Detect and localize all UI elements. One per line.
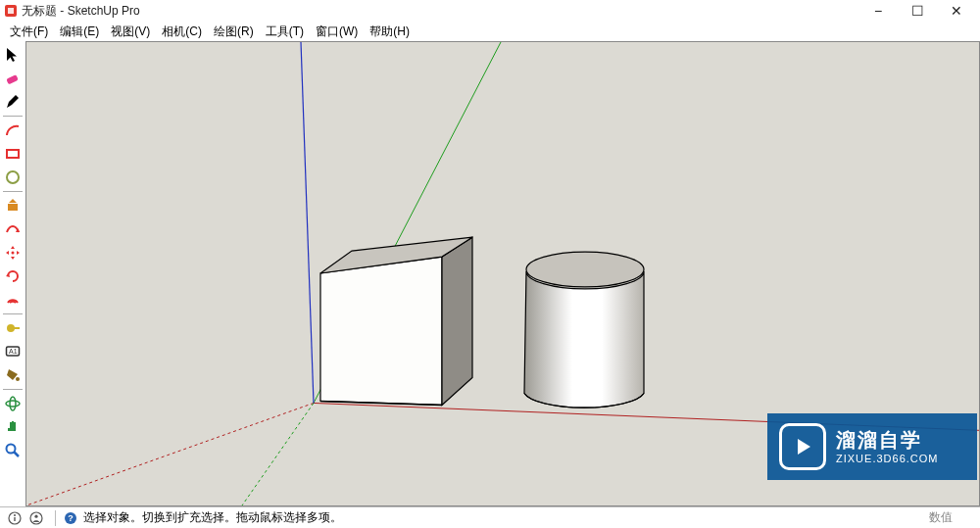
toolbar-separator (3, 313, 23, 314)
svg-point-25 (526, 252, 644, 287)
main-body: A1 (0, 41, 980, 506)
svg-line-14 (15, 453, 20, 457)
menu-camera[interactable]: 相机(C) (156, 22, 208, 41)
circle-tool-icon[interactable] (2, 167, 24, 188)
tape-measure-icon[interactable] (2, 317, 24, 339)
cylinder-object (524, 252, 644, 408)
svg-marker-26 (798, 439, 810, 455)
svg-point-13 (7, 445, 16, 454)
eraser-tool-icon[interactable] (2, 68, 24, 89)
follow-me-tool-icon[interactable] (2, 218, 24, 240)
svg-point-10 (16, 377, 20, 381)
svg-rect-1 (6, 74, 19, 84)
watermark-line1: 溜溜自学 (836, 429, 938, 451)
text-tool-icon[interactable]: A1 (2, 341, 24, 362)
menu-window[interactable]: 窗口(W) (310, 22, 364, 41)
window-title: 无标题 - SketchUp Pro (22, 3, 858, 20)
close-button[interactable]: ✕ (937, 0, 976, 22)
svg-text:A1: A1 (9, 348, 18, 355)
toolbar-separator (3, 389, 23, 390)
app-window: 无标题 - SketchUp Pro − ☐ ✕ 文件(F) 编辑(E) 视图(… (0, 0, 980, 528)
menu-view[interactable]: 视图(V) (105, 22, 156, 41)
window-controls: − ☐ ✕ (858, 0, 976, 22)
watermark-line2: ZIXUE.3D66.COM (836, 453, 938, 464)
rotate-tool-icon[interactable] (2, 265, 24, 287)
app-icon (4, 4, 18, 18)
viewport[interactable]: 溜溜自学 ZIXUE.3D66.COM (25, 41, 980, 506)
rectangle-tool-icon[interactable] (2, 143, 24, 165)
svg-point-11 (6, 401, 20, 407)
svg-marker-21 (320, 257, 442, 405)
offset-tool-icon[interactable] (2, 289, 24, 311)
menu-file[interactable]: 文件(F) (4, 22, 54, 41)
svg-point-5 (12, 252, 15, 255)
pan-tool-icon[interactable] (2, 416, 24, 438)
svg-rect-7 (14, 327, 20, 329)
menubar: 文件(F) 编辑(E) 视图(V) 相机(C) 绘图(R) 工具(T) 窗口(W… (0, 22, 980, 41)
move-tool-icon[interactable] (2, 242, 24, 264)
menu-draw[interactable]: 绘图(R) (208, 22, 260, 41)
pencil-tool-icon[interactable] (2, 91, 24, 113)
svg-point-12 (10, 397, 16, 410)
play-icon (779, 423, 826, 470)
watermark: 溜溜自学 ZIXUE.3D66.COM (767, 413, 977, 480)
toolbar-separator (3, 191, 23, 192)
side-toolbar: A1 (0, 41, 25, 506)
zoom-tool-icon[interactable] (2, 440, 24, 461)
select-tool-icon[interactable] (2, 44, 24, 66)
svg-point-6 (7, 324, 15, 332)
status-right-label: 数值 (929, 509, 974, 526)
svg-rect-2 (7, 150, 19, 158)
svg-rect-4 (8, 204, 18, 211)
status-person-icon[interactable] (27, 509, 45, 527)
maximize-button[interactable]: ☐ (898, 0, 937, 22)
titlebar: 无标题 - SketchUp Pro − ☐ ✕ (0, 0, 980, 22)
menu-help[interactable]: 帮助(H) (364, 22, 416, 41)
minimize-button[interactable]: − (858, 0, 898, 22)
svg-rect-29 (14, 517, 15, 521)
svg-point-30 (30, 512, 42, 524)
paint-bucket-icon[interactable] (2, 364, 24, 386)
status-help-icon[interactable]: ? (62, 509, 79, 527)
svg-point-28 (14, 514, 16, 516)
menu-tools[interactable]: 工具(T) (260, 22, 310, 41)
svg-marker-22 (442, 237, 472, 405)
toolbar-separator (3, 116, 23, 117)
cube-object (320, 237, 472, 405)
arc-tool-icon[interactable] (2, 120, 24, 141)
status-separator (55, 510, 56, 526)
orbit-tool-icon[interactable] (2, 393, 24, 414)
status-message: 选择对象。切换到扩充选择。拖动鼠标选择多项。 (83, 509, 342, 526)
statusbar: ? 选择对象。切换到扩充选择。拖动鼠标选择多项。 数值 (0, 506, 980, 528)
status-info-icon[interactable] (6, 509, 24, 527)
menu-edit[interactable]: 编辑(E) (54, 22, 105, 41)
svg-text:?: ? (68, 513, 74, 523)
svg-point-31 (34, 514, 37, 517)
push-pull-tool-icon[interactable] (2, 195, 24, 216)
svg-point-3 (7, 171, 19, 183)
